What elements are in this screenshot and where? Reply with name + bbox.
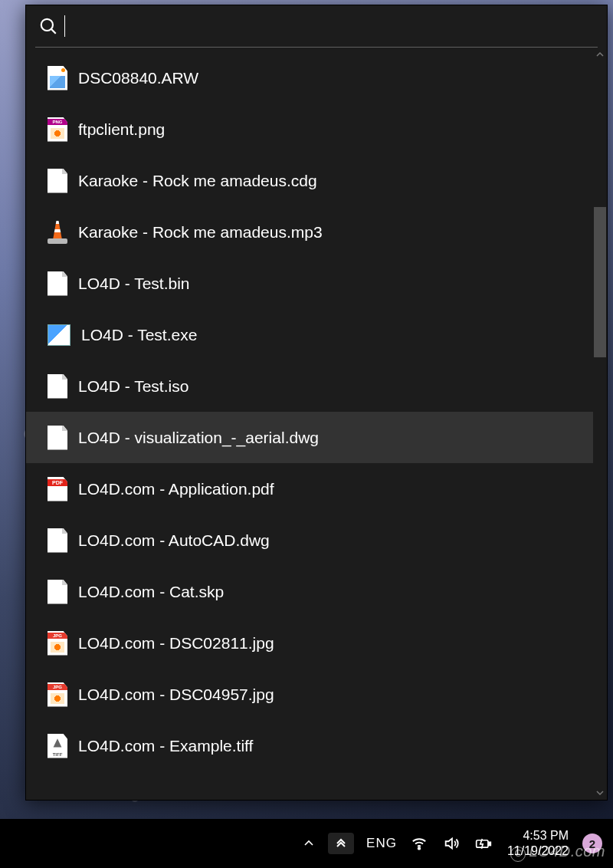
- result-item-label: LO4D - Test.bin: [78, 275, 190, 293]
- result-item-label: LO4D.com - Example.tiff: [78, 737, 253, 755]
- svg-point-0: [41, 19, 53, 31]
- exe-icon: [48, 324, 70, 346]
- result-item-label: LO4D.com - DSC02811.jpg: [78, 634, 274, 653]
- result-item-label: DSC08840.ARW: [78, 69, 198, 87]
- volume-icon[interactable]: [437, 826, 466, 861]
- blank-icon: [48, 271, 67, 296]
- result-item[interactable]: LO4D.com - DSC02811.jpg: [26, 617, 607, 669]
- img-icon: [48, 66, 67, 90]
- svg-line-1: [51, 29, 56, 34]
- result-item-label: LO4D.com - DSC04957.jpg: [78, 686, 274, 704]
- result-item[interactable]: Karaoke - Rock me amadeus.mp3: [26, 206, 607, 258]
- result-item-label: LO4D - Test.iso: [78, 377, 188, 396]
- svg-rect-4: [489, 842, 491, 845]
- result-item[interactable]: LO4D - visualization_-_aerial.dwg: [26, 412, 607, 463]
- language-indicator[interactable]: ENG: [366, 836, 397, 851]
- result-item[interactable]: LO4D.com - DSC04957.jpg: [26, 669, 607, 720]
- notification-badge[interactable]: 2: [582, 833, 602, 853]
- search-bar: [35, 5, 598, 48]
- search-icon: [38, 16, 58, 36]
- svg-point-2: [418, 847, 421, 850]
- taskbar: ENG 4:53 PM 11/19/2022 2: [0, 819, 613, 868]
- blank-icon: [48, 169, 67, 193]
- tray-more-icon[interactable]: [328, 833, 354, 854]
- clock-time: 4:53 PM: [507, 828, 569, 843]
- wifi-icon[interactable]: [405, 826, 434, 861]
- tiff-icon: [48, 734, 67, 758]
- scrollbar[interactable]: [593, 48, 607, 800]
- results-pane: DSC08840.ARWftpclient.pngKaraoke - Rock …: [26, 48, 607, 800]
- jpg-icon: [48, 631, 67, 656]
- blank-icon: [48, 580, 67, 604]
- result-item-label: LO4D - visualization_-_aerial.dwg: [78, 429, 319, 447]
- clock-date: 11/19/2022: [507, 843, 569, 859]
- result-item-label: Karaoke - Rock me amadeus.mp3: [78, 223, 323, 242]
- search-input[interactable]: [65, 10, 598, 42]
- blank-icon: [48, 374, 67, 399]
- battery-icon[interactable]: [469, 826, 498, 861]
- result-item-label: Karaoke - Rock me amadeus.cdg: [78, 172, 317, 190]
- result-item-label: LO4D - Test.exe: [81, 326, 197, 344]
- result-item[interactable]: LO4D.com - AutoCAD.dwg: [26, 515, 607, 566]
- result-item[interactable]: DSC08840.ARW: [26, 52, 607, 104]
- result-item[interactable]: ftpclient.png: [26, 104, 607, 155]
- result-item-label: LO4D.com - AutoCAD.dwg: [78, 531, 270, 550]
- tray-overflow-chevron[interactable]: [297, 832, 320, 855]
- pdf-icon: [48, 477, 67, 501]
- result-item[interactable]: LO4D.com - Example.tiff: [26, 720, 607, 771]
- png-icon: [48, 117, 67, 142]
- blank-icon: [48, 528, 67, 553]
- result-item[interactable]: LO4D - Test.bin: [26, 258, 607, 309]
- result-item[interactable]: Karaoke - Rock me amadeus.cdg: [26, 155, 607, 206]
- scroll-down-arrow[interactable]: [593, 786, 607, 800]
- result-item[interactable]: LO4D.com - Application.pdf: [26, 463, 607, 515]
- result-item[interactable]: LO4D.com - Cat.skp: [26, 566, 607, 617]
- result-list: DSC08840.ARWftpclient.pngKaraoke - Rock …: [26, 48, 607, 776]
- vlc-icon: [48, 221, 67, 244]
- result-item[interactable]: LO4D - Test.iso: [26, 360, 607, 412]
- scroll-thumb[interactable]: [594, 207, 606, 357]
- scroll-up-arrow[interactable]: [593, 48, 607, 61]
- result-item-label: ftpclient.png: [78, 120, 165, 139]
- result-item[interactable]: LO4D - Test.exe: [26, 309, 607, 360]
- search-popup: DSC08840.ARWftpclient.pngKaraoke - Rock …: [25, 5, 608, 801]
- result-item-label: LO4D.com - Cat.skp: [78, 583, 224, 601]
- blank-icon: [48, 426, 67, 450]
- taskbar-clock[interactable]: 4:53 PM 11/19/2022: [507, 828, 569, 859]
- result-item-label: LO4D.com - Application.pdf: [78, 480, 274, 498]
- jpg-icon: [48, 682, 67, 707]
